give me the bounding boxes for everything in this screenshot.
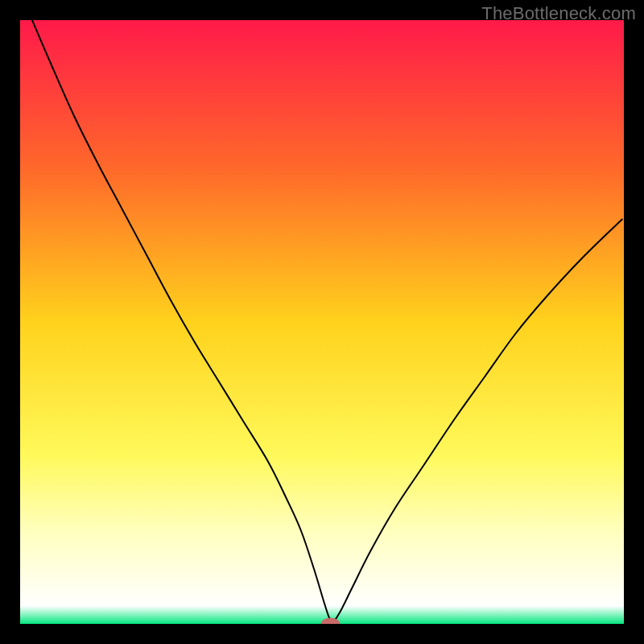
watermark-text: TheBottleneck.com bbox=[481, 3, 636, 24]
gradient-background bbox=[20, 20, 624, 624]
chart-svg bbox=[20, 20, 624, 624]
plot-area bbox=[20, 20, 624, 624]
chart-frame: TheBottleneck.com bbox=[0, 0, 644, 644]
